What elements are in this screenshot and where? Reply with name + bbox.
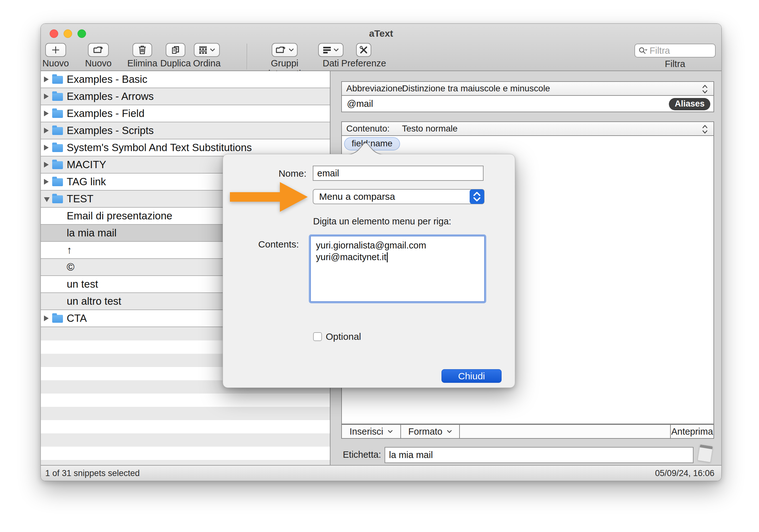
folder-icon: [52, 76, 63, 84]
tools-icon: [359, 46, 368, 55]
disclosure-triangle-icon[interactable]: [44, 94, 52, 99]
sidebar-item-label: un test: [67, 278, 98, 290]
duplicate-icon: [171, 45, 180, 55]
orange-annotation-arrow: [230, 181, 308, 213]
text-caret: [387, 252, 388, 262]
abbreviation-mode-bar[interactable]: Abbreviazione: Distinzione tra maiuscole…: [341, 81, 714, 96]
toolbar-group-filtra: Filtra: [634, 44, 716, 69]
content-mode-bar[interactable]: Contenuto: Testo normale: [341, 121, 714, 136]
new-snippet-button[interactable]: [45, 43, 66, 57]
abbreviation-label: Abbreviazione:: [346, 84, 405, 94]
sidebar-item-label: TAG link: [67, 176, 106, 188]
new-group-button[interactable]: [88, 43, 109, 57]
sidebar-item-examples-scripts[interactable]: Examples - Scripts: [41, 122, 330, 139]
filter-search-field[interactable]: [634, 44, 716, 57]
folder-icon: [52, 144, 63, 152]
sidebar-item-label: Email di presentazione: [67, 210, 172, 222]
folder-plus-icon: [275, 46, 286, 55]
contents-textarea[interactable]: yuri.giornalista@gmail.com yuri@macityne…: [310, 236, 485, 302]
status-selection-text: 1 of 31 snippets selected: [45, 469, 140, 478]
screen: aText Nuovo Nuovo gruppo Elimina: [0, 0, 759, 532]
name-field-wrap: [313, 166, 484, 181]
insert-menu[interactable]: Inserisci: [342, 425, 401, 438]
chevron-down-icon: [447, 430, 452, 433]
plus-icon: [51, 45, 60, 55]
sidebar-item-examples-field[interactable]: Examples - Field: [41, 105, 330, 122]
disclosure-triangle-icon[interactable]: [44, 145, 52, 150]
format-menu[interactable]: Formato: [401, 425, 460, 438]
popup-stepper-icon: [469, 189, 485, 204]
etichetta-input[interactable]: [385, 448, 693, 463]
sidebar-item-examples-basic[interactable]: Examples - Basic: [41, 71, 330, 88]
abbreviation-field[interactable]: @mail Aliases: [341, 96, 714, 112]
optional-row: Optional: [313, 331, 361, 342]
contents-label: Contents:: [242, 239, 299, 250]
popup-hint-text: Digita un elemento menu per riga:: [313, 216, 451, 227]
status-bar: 1 of 31 snippets selected 05/09/24, 16:0…: [41, 465, 721, 481]
toolbar-label: Preferenze: [337, 58, 390, 69]
disclosure-triangle-icon[interactable]: [44, 162, 52, 168]
content-mode-value: Testo normale: [402, 124, 458, 134]
sidebar-item-label: System's Symbol And Text Substitutions: [67, 142, 252, 154]
toolbar-group-ordina: Ordina: [180, 43, 234, 69]
toolbar-group-preferenze: Preferenze: [337, 43, 390, 69]
note-icon: [697, 444, 713, 463]
sidebar-item-label: MACITY: [67, 159, 106, 171]
folder-icon: [52, 127, 63, 135]
sidebar-item-label: Examples - Basic: [67, 73, 147, 85]
aliases-badge[interactable]: Aliases: [669, 98, 710, 110]
search-icon: [638, 47, 648, 55]
close-popover-button[interactable]: Chiudi: [442, 369, 501, 383]
preferences-button[interactable]: [356, 43, 371, 57]
builtin-groups-button[interactable]: [272, 43, 298, 57]
sort-button[interactable]: [194, 43, 220, 57]
sidebar-item-label: Examples - Scripts: [67, 125, 154, 136]
filter-input[interactable]: [650, 46, 700, 56]
disclosure-triangle-icon[interactable]: [44, 77, 52, 82]
sidebar-item-examples-arrows[interactable]: Examples - Arrows: [41, 88, 330, 105]
folder-icon: [52, 93, 63, 101]
window-title: aText: [41, 28, 721, 39]
format-menu-label: Formato: [408, 426, 442, 437]
sidebar-item-label: CTA: [67, 312, 87, 324]
name-input[interactable]: [313, 166, 483, 180]
window-chrome: aText Nuovo Nuovo gruppo Elimina: [41, 24, 721, 71]
folder-icon: [52, 195, 63, 203]
etichetta-field-wrap: [384, 447, 694, 463]
field-type-value: Menu a comparsa: [319, 191, 395, 202]
abbreviation-value: @mail: [347, 98, 373, 109]
disclosure-triangle-icon[interactable]: [44, 316, 52, 321]
folder-icon: [52, 315, 63, 323]
chevron-down-icon: [210, 48, 215, 52]
toolbar-label: Ordina: [180, 58, 234, 69]
popover-callout-arrow: [342, 142, 389, 155]
sidebar-item-label: Examples - Arrows: [67, 91, 154, 102]
chevron-down-icon: [289, 48, 294, 52]
folder-icon: [52, 161, 63, 169]
sort-grid-icon: [199, 46, 208, 54]
insert-menu-label: Inserisci: [349, 426, 383, 437]
toolbar-divider: [247, 44, 247, 69]
etichetta-label: Etichetta:: [343, 449, 381, 460]
content-label: Contenuto:: [346, 124, 390, 134]
preview-button[interactable]: Anteprima: [671, 425, 713, 438]
disclosure-triangle-icon[interactable]: [44, 128, 52, 133]
abbreviation-mode-value: Distinzione tra maiuscole e minuscole: [402, 84, 550, 94]
field-type-popup[interactable]: Menu a comparsa: [313, 189, 485, 204]
disclosure-triangle-icon[interactable]: [44, 111, 52, 116]
sidebar-item-label: ↑: [67, 244, 72, 256]
sidebar-item-label: la mia mail: [67, 227, 117, 239]
atext-window: aText Nuovo Nuovo gruppo Elimina: [40, 23, 722, 481]
toolbar-label: Filtra: [634, 59, 716, 69]
disclosure-triangle-expanded-icon[interactable]: [44, 196, 52, 202]
stepper-icon[interactable]: [701, 124, 708, 134]
sidebar-item-label: ©: [67, 261, 74, 273]
contents-line: yuri@macitynet.it: [316, 251, 386, 263]
list-bars-icon: [323, 46, 331, 54]
editor-bottom-bar: Inserisci Formato Anteprima: [341, 424, 714, 439]
folder-plus-icon: [93, 46, 104, 55]
disclosure-triangle-icon[interactable]: [44, 179, 52, 185]
folder-icon: [52, 110, 63, 118]
optional-checkbox[interactable]: [313, 332, 322, 341]
stepper-icon[interactable]: [701, 84, 708, 94]
